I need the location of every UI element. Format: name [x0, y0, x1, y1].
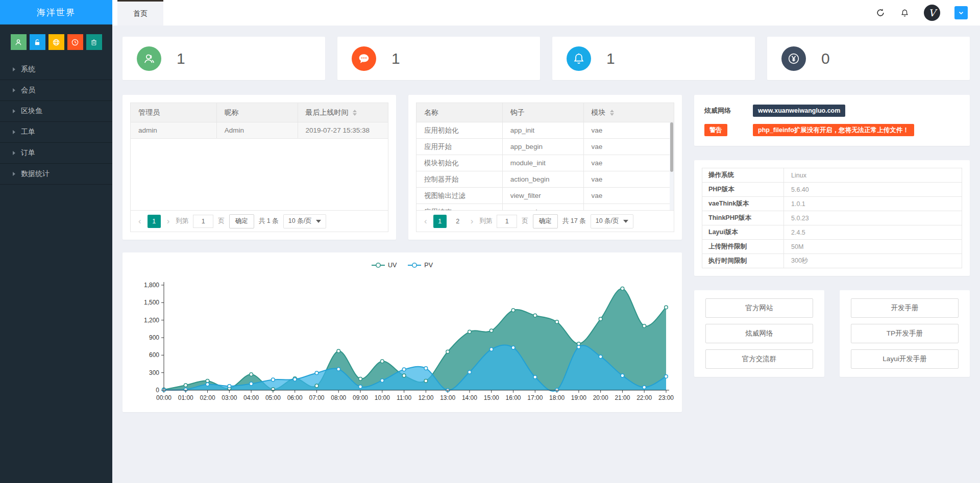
table-row[interactable]: 应用开始 app_begin vae	[416, 139, 674, 155]
layui-manual-button[interactable]: Layui开发手册	[851, 349, 959, 369]
hooks-pagination: ‹ 1 2 › 到第 页 确定 共 17 条 10 条/页	[416, 210, 674, 232]
x-axis-tick-label: 07:00	[309, 394, 324, 401]
cell-last-online: 2019-07-27 15:35:38	[298, 122, 388, 138]
sort-icon[interactable]	[610, 110, 614, 116]
x-axis-tick-label: 02:00	[200, 394, 215, 401]
chat-icon	[352, 46, 376, 71]
page-label: 页	[522, 217, 528, 225]
hooks-table-header: 名称 钩子 模块	[416, 103, 674, 122]
column-header-sortable[interactable]: 最后上线时间	[298, 103, 388, 122]
sidebar-item-orders[interactable]: 订单	[0, 143, 112, 164]
goto-page-input[interactable]	[497, 215, 517, 228]
system-info-row: 操作系统 Linux	[702, 168, 962, 183]
cell-nickname: Admin	[217, 122, 298, 138]
traffic-chart-card: UVPV 03006009001,2001,5001,80000:0001:00…	[122, 252, 682, 412]
next-page-button[interactable]: ›	[469, 217, 475, 225]
bell-icon[interactable]	[900, 8, 910, 18]
goto-page-input[interactable]	[193, 215, 213, 228]
official-group-button[interactable]: 官方交流群	[705, 349, 813, 369]
system-info-row: PHP版本 5.6.40	[702, 183, 962, 197]
stat-card-notices: 1	[552, 37, 755, 80]
sys-label: 执行时间限制	[702, 254, 784, 268]
column-header: 管理员	[131, 103, 217, 122]
table-row[interactable]: 应用结束 app_end vae	[416, 204, 674, 210]
x-axis-tick-label: 08:00	[331, 394, 346, 401]
admins-table-header: 管理员 昵称 最后上线时间	[131, 103, 388, 122]
dev-manual-button[interactable]: 开发手册	[851, 298, 959, 318]
warning-badge: 警告	[704, 124, 727, 136]
x-axis-tick-label: 15:00	[484, 394, 499, 401]
x-axis-tick-label: 19:00	[571, 394, 586, 401]
globe-icon[interactable]	[48, 34, 64, 50]
page-size-select[interactable]: 10 条/页	[283, 214, 326, 228]
cell-hook: action_begin	[503, 171, 584, 187]
sidebar-item-workorder[interactable]: 工单	[0, 122, 112, 143]
sys-value: 1.0.1	[784, 197, 813, 211]
x-axis-tick-label: 09:00	[353, 394, 368, 401]
table-row[interactable]: 模块初始化 module_init vae	[416, 155, 674, 171]
cell-hook: app_init	[503, 122, 584, 138]
prev-page-button[interactable]: ‹	[137, 217, 143, 225]
system-info-row: 上传附件限制 50M	[702, 240, 962, 254]
page-button-1[interactable]: 1	[148, 215, 161, 228]
main-content: 1 1 1	[112, 26, 980, 483]
unlock-icon[interactable]	[30, 34, 45, 50]
y-axis-tick-label: 600	[149, 351, 159, 359]
stat-card-messages: 1	[337, 37, 540, 80]
sys-value: 50M	[784, 240, 811, 253]
clock-icon[interactable]	[67, 34, 83, 50]
chevron-right-icon	[13, 67, 15, 71]
trash-icon[interactable]	[86, 34, 102, 50]
confirm-button[interactable]: 确定	[229, 214, 254, 228]
sort-icon[interactable]	[353, 110, 357, 116]
chevron-down-icon[interactable]	[954, 6, 968, 19]
scrollbar-thumb[interactable]	[670, 122, 673, 172]
prev-page-button[interactable]: ‹	[423, 217, 429, 225]
x-axis-tick-label: 01:00	[178, 394, 193, 401]
page-label: 页	[218, 217, 225, 225]
y-axis-tick-label: 300	[149, 369, 159, 376]
scrollbar-track[interactable]	[670, 122, 674, 210]
tab-home[interactable]: 首页	[117, 0, 163, 26]
avatar[interactable]: V	[924, 5, 940, 21]
page-size-select[interactable]: 10 条/页	[591, 214, 633, 228]
user-icon[interactable]	[11, 34, 27, 50]
legend-item-pv[interactable]: PV	[408, 262, 433, 269]
official-site-button[interactable]: 官方网站	[705, 298, 813, 318]
cell-hook: view_filter	[503, 188, 584, 204]
y-axis-tick-label: 1,800	[144, 282, 159, 289]
x-axis-tick-label: 05:00	[265, 394, 281, 401]
legend-item-uv[interactable]: UV	[372, 262, 397, 269]
refresh-icon[interactable]	[875, 8, 886, 18]
hooks-table-card: 名称 钩子 模块 应用初始化 app_init vae	[408, 95, 682, 240]
site-info-card: 炫威网络 www.xuanweiwangluo.com 警告 php_filei…	[694, 95, 970, 146]
site-url-badge[interactable]: www.xuanweiwangluo.com	[753, 105, 845, 117]
sidebar-item-members[interactable]: 会员	[0, 80, 112, 101]
y-axis-tick-label: 900	[149, 334, 159, 341]
sidebar-item-blockfish[interactable]: 区块鱼	[0, 101, 112, 122]
sidebar-item-statistics[interactable]: 数据统计	[0, 164, 112, 185]
stat-value: 1	[606, 50, 615, 67]
sidebar-item-label: 订单	[21, 148, 35, 158]
column-header-sortable[interactable]: 模块	[584, 103, 674, 122]
cell-module: vae	[584, 188, 674, 204]
system-info-row: Layui版本 2.4.5	[702, 225, 962, 240]
table-row[interactable]: 视图输出过滤 view_filter vae	[416, 188, 674, 204]
stat-value: 0	[821, 50, 830, 67]
system-info-row: vaeThink版本 1.0.1	[702, 197, 962, 211]
x-axis-tick-label: 16:00	[506, 394, 521, 401]
page-button-2[interactable]: 2	[451, 215, 464, 228]
table-row[interactable]: 应用初始化 app_init vae	[416, 122, 674, 139]
confirm-button[interactable]: 确定	[533, 214, 558, 228]
table-row[interactable]: admin Admin 2019-07-27 15:35:38	[131, 122, 388, 139]
page-button-1[interactable]: 1	[433, 215, 447, 228]
sidebar-item-system[interactable]: 系统	[0, 59, 112, 80]
x-axis-tick-label: 13:00	[440, 394, 455, 401]
tp-manual-button[interactable]: TP开发手册	[851, 324, 959, 343]
uv-pv-area-chart[interactable]: 03006009001,2001,5001,80000:0001:0002:00…	[130, 272, 674, 407]
next-page-button[interactable]: ›	[165, 217, 172, 225]
system-info-row: 执行时间限制 300秒	[702, 254, 962, 268]
table-row[interactable]: 控制器开始 action_begin vae	[416, 171, 674, 188]
system-info-card: 操作系统 Linux PHP版本 5.6.40 vaeThink版本 1.0.1…	[694, 160, 970, 276]
xuanwei-button[interactable]: 炫威网络	[705, 324, 813, 343]
